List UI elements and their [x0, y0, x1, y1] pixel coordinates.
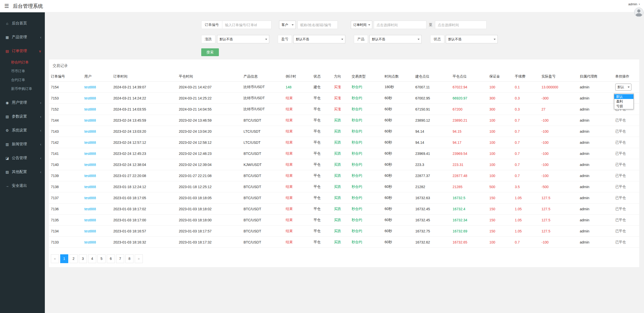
cell-open_price: 223.3 [413, 159, 451, 170]
panel-title: 交易记录 [49, 59, 639, 72]
chevron-down-icon: ▾ [639, 3, 640, 6]
cell-control: 已平仓 [613, 126, 639, 137]
page-8[interactable]: 8 [125, 254, 133, 263]
cell-order_time: 2024-03-21 14:39:07 [111, 82, 177, 93]
cell-agent: admin [578, 104, 613, 115]
time-type-select[interactable]: 订单时间 [351, 21, 372, 29]
status-select[interactable]: 默认不选 [446, 35, 498, 43]
sidebar-item-公告管理[interactable]: ◪公告管理‹ [0, 151, 45, 165]
cell-trade_type: 秒合约 [350, 237, 383, 248]
user-link[interactable]: test888 [82, 82, 111, 93]
cell-agent: admin [578, 137, 613, 148]
search-button[interactable]: 搜索 [201, 48, 219, 56]
column-header: 用户 [82, 72, 111, 82]
cell-order_time: 2024-03-21 14:03:55 [111, 104, 177, 115]
page-next[interactable]: » [135, 254, 143, 263]
cell-time_points: 60秒 [383, 159, 413, 170]
user-link[interactable]: test888 [82, 237, 111, 248]
sidebar-item-后台首页[interactable]: ⌂后台首页 [0, 16, 45, 30]
sidebar-item-参数设置[interactable]: ▧参数设置‹ [0, 110, 45, 123]
cell-open_price: 23969.41 [413, 148, 451, 159]
sidebar-item-安全退出[interactable]: →安全退出 [0, 179, 45, 193]
sidebar-item-订单管理[interactable]: ▤订单管理∨ [0, 44, 45, 58]
cell-margin: 100 [487, 237, 513, 248]
user-link[interactable]: test888 [82, 226, 111, 237]
avatar[interactable] [634, 8, 643, 17]
sidebar-item-其他配置[interactable]: ▨其他配置‹ [0, 165, 45, 179]
sidebar-item-产品管理[interactable]: ▦产品管理‹ [0, 30, 45, 44]
time-type-select-value: 订单时间 [353, 23, 366, 27]
sidebar-subitem-合约订单[interactable]: 合约订单 [0, 76, 45, 84]
control-option-亏损[interactable]: 亏损 [614, 104, 633, 109]
user-link[interactable]: test888 [82, 181, 111, 192]
user-link[interactable]: test888 [82, 126, 111, 137]
user-link[interactable]: test888 [82, 93, 111, 104]
cell-countdown: 结束 [284, 104, 312, 115]
table-row: 7154test8882024-03-21 14:39:072024-03-21… [49, 82, 639, 93]
user-link[interactable]: test888 [82, 159, 111, 170]
customer-input[interactable] [297, 21, 338, 29]
page-2[interactable]: 2 [70, 254, 78, 263]
sidebar-item-用户管理[interactable]: ◉用户管理‹ [0, 96, 45, 110]
cell-status: 平仓 [312, 104, 332, 115]
user-link[interactable]: test888 [82, 170, 111, 181]
user-link[interactable]: test888 [82, 104, 111, 115]
page-7[interactable]: 7 [116, 254, 124, 263]
cell-pnl: -100 [539, 159, 578, 170]
cell-time_points: 60秒 [383, 215, 413, 226]
control-option-盈利[interactable]: 盈利 [614, 99, 633, 104]
page-3[interactable]: 3 [79, 254, 87, 263]
time-from-input[interactable] [374, 21, 426, 29]
user-menu[interactable]: admin ▾ [628, 2, 640, 6]
cell-agent: admin [578, 237, 613, 248]
page-1[interactable]: 1 [60, 254, 68, 263]
params-icon: ▧ [5, 115, 9, 119]
user-link[interactable]: test888 [82, 215, 111, 226]
page-4[interactable]: 4 [88, 254, 96, 263]
page-5[interactable]: 5 [97, 254, 106, 263]
sidebar-subitem-新币申购订单[interactable]: 新币申购订单 [0, 84, 45, 93]
cell-countdown: 结束 [284, 126, 312, 137]
customer-type-select[interactable]: 客户 [279, 21, 296, 29]
table-row: 7134test8882023-01-03 18:16:572023-01-03… [49, 226, 639, 237]
time-to-input[interactable] [435, 21, 487, 29]
table-row: 7141test8882023-02-24 12:45:232023-02-24… [49, 148, 639, 159]
order-no-input[interactable] [222, 21, 272, 29]
cell-order_time: 2023-01-03 18:17:05 [111, 192, 177, 203]
cell-control: 已平仓 [613, 115, 639, 126]
control-select[interactable]: 默认默认盈利亏损 [615, 84, 631, 91]
cell-trade_type: 秒合约 [350, 170, 383, 181]
cell-open_price: 94.14 [413, 137, 451, 148]
cell-open_price: 23890.12 [413, 115, 451, 126]
orders-icon: ▤ [5, 49, 9, 53]
cell-time_points: 60秒 [383, 137, 413, 148]
page-prev[interactable]: « [51, 254, 59, 263]
control-option-默认[interactable]: 默认 [614, 94, 633, 99]
cell-close_price: 66920.97 [451, 93, 487, 104]
cell-order_time: 2023-01-03 18:17:00 [111, 215, 177, 226]
sidebar-item-系统设置[interactable]: ⚙系统设置‹ [0, 123, 45, 137]
sidebar-subitem-秒合约订单[interactable]: 秒合约订单 [0, 58, 45, 67]
page-6[interactable]: 6 [107, 254, 115, 263]
user-link[interactable]: test888 [82, 137, 111, 148]
user-link[interactable]: test888 [82, 115, 111, 126]
cell-open_price: 16732.45 [413, 203, 451, 215]
cell-time_points: 60秒 [383, 192, 413, 203]
user-link[interactable]: test888 [82, 148, 111, 159]
sidebar-submenu: 秒合约订单币币订单合约订单新币申购订单 [0, 58, 45, 96]
updown-select[interactable]: 默认不选 [217, 35, 269, 43]
sidebar-item-新闻管理[interactable]: ▥新闻管理‹ [0, 137, 45, 151]
cell-close_time: 2023-02-24 12:39:04 [177, 159, 242, 170]
sidebar-subitem-币币订单[interactable]: 币币订单 [0, 67, 45, 76]
user-link[interactable]: test888 [82, 203, 111, 215]
cell-close_price: 23969.54 [451, 148, 487, 159]
sidebar-item-label: 系统设置 [12, 128, 40, 133]
cell-product: LTC/USDT [242, 137, 284, 148]
cell-time_points: 60秒 [383, 104, 413, 115]
profit-select[interactable]: 默认不选 [293, 35, 345, 43]
hamburger-menu-icon[interactable]: ☰ [4, 3, 9, 9]
table-row: 7152test8882024-03-21 14:03:552024-03-21… [49, 104, 639, 115]
product-select[interactable]: 默认不选 [369, 35, 422, 43]
cell-countdown: 结束 [284, 170, 312, 181]
user-link[interactable]: test888 [82, 192, 111, 203]
